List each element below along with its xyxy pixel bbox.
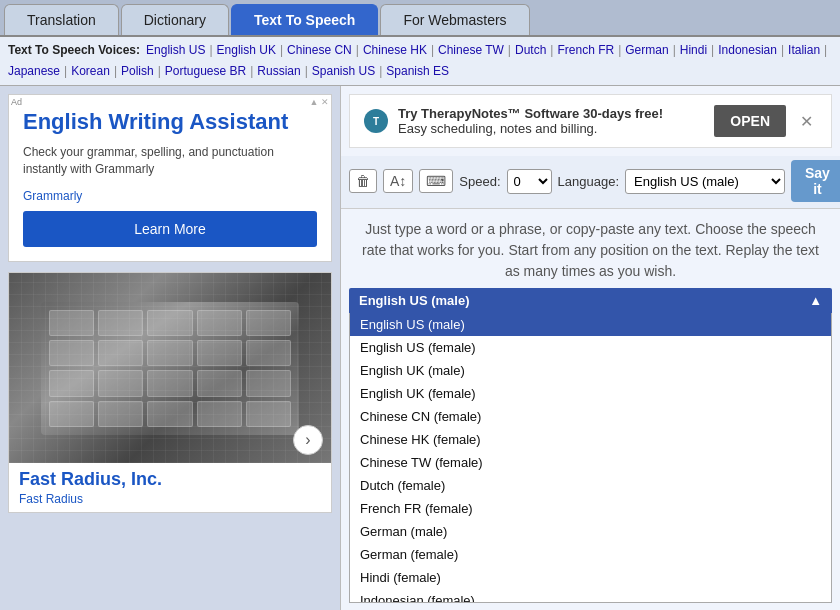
dropdown-item-12[interactable]: Indonesian (female) xyxy=(350,589,831,603)
language-select[interactable]: English US (male) English US (female) En… xyxy=(625,169,785,194)
voice-link-chinese-tw[interactable]: Chinese TW xyxy=(438,41,504,60)
voice-link-spanish-es[interactable]: Spanish ES xyxy=(386,62,449,81)
therapy-notes-icon: T xyxy=(364,109,388,133)
voice-link-polish[interactable]: Polish xyxy=(121,62,154,81)
ad-label-1: ▲ ✕ xyxy=(310,97,329,107)
dropdown-item-8[interactable]: French FR (female) xyxy=(350,497,831,520)
voice-link-chinese-cn[interactable]: Chinese CN xyxy=(287,41,352,60)
tab-webmasters[interactable]: For Webmasters xyxy=(380,4,529,35)
tab-dictionary[interactable]: Dictionary xyxy=(121,4,229,35)
voice-link-hindi[interactable]: Hindi xyxy=(680,41,707,60)
ad-grammarly: Ad ▲ ✕ English Writing Assistant Check y… xyxy=(8,94,332,262)
font-size-button[interactable]: A↕ xyxy=(383,169,413,193)
voice-link-dutch[interactable]: Dutch xyxy=(515,41,546,60)
voice-link-italian[interactable]: Italian xyxy=(788,41,820,60)
voice-link-korean[interactable]: Korean xyxy=(71,62,110,81)
dropdown-item-0[interactable]: English US (male) xyxy=(350,313,831,336)
keyboard-button[interactable]: ⌨ xyxy=(419,169,453,193)
voice-link-german[interactable]: German xyxy=(625,41,668,60)
delete-button[interactable]: 🗑 xyxy=(349,169,377,193)
ad-fast-radius: › Fast Radius, Inc. Fast Radius xyxy=(8,272,332,513)
speed-select[interactable]: -10-9-8-7 -6-5-4-3 -2-101 2345 678910 xyxy=(507,169,552,194)
voice-link-portuguese-br[interactable]: Portuguese BR xyxy=(165,62,246,81)
dropdown-item-10[interactable]: German (female) xyxy=(350,543,831,566)
ad-grammarly-btn[interactable]: Learn More xyxy=(23,211,317,247)
dropdown-selected-label: English US (male) xyxy=(359,293,470,308)
ad-grammarly-desc: Check your grammar, spelling, and punctu… xyxy=(23,144,317,178)
dropdown-scroll-indicator: ▲ xyxy=(809,293,822,308)
ad-fast-radius-brand: Fast Radius xyxy=(19,492,321,506)
language-label: Language: xyxy=(558,174,619,189)
speed-label: Speed: xyxy=(459,174,500,189)
dropdown-header: English US (male) ▲ xyxy=(349,288,832,313)
voice-link-english-uk[interactable]: English UK xyxy=(217,41,276,60)
banner-ad-text: Try TherapyNotes™ Software 30-days free!… xyxy=(398,106,704,136)
dropdown-list[interactable]: English US (male) English US (female) En… xyxy=(349,313,832,603)
voice-bar: Text To Speech Voices: English US| Engli… xyxy=(0,37,840,86)
banner-close-icon[interactable]: ✕ xyxy=(796,112,817,131)
tab-translation[interactable]: Translation xyxy=(4,4,119,35)
dropdown-item-7[interactable]: Dutch (female) xyxy=(350,474,831,497)
dropdown-item-6[interactable]: Chinese TW (female) xyxy=(350,451,831,474)
ad-grammarly-brand: Grammarly xyxy=(23,189,317,203)
voice-link-japanese[interactable]: Japanese xyxy=(8,62,60,81)
banner-ad: T Try TherapyNotes™ Software 30-days fre… xyxy=(349,94,832,148)
voice-bar-label: Text To Speech Voices: xyxy=(8,41,140,60)
dropdown-item-2[interactable]: English UK (male) xyxy=(350,359,831,382)
banner-ad-title: Try TherapyNotes™ Software 30-days free! xyxy=(398,106,704,121)
banner-open-button[interactable]: OPEN xyxy=(714,105,786,137)
voice-link-english-us[interactable]: English US xyxy=(146,41,205,60)
ad-grammarly-title: English Writing Assistant xyxy=(23,109,317,135)
ad-fast-radius-image: › xyxy=(9,273,331,463)
voice-link-russian[interactable]: Russian xyxy=(257,62,300,81)
controls-row: 🗑 A↕ ⌨ Speed: -10-9-8-7 -6-5-4-3 -2-101 … xyxy=(341,156,840,209)
dropdown-item-5[interactable]: Chinese HK (female) xyxy=(350,428,831,451)
banner-ad-subtitle: Easy scheduling, notes and billing. xyxy=(398,121,704,136)
sidebar: Ad ▲ ✕ English Writing Assistant Check y… xyxy=(0,86,340,610)
content-panel: T Try TherapyNotes™ Software 30-days fre… xyxy=(340,86,840,610)
voice-link-french-fr[interactable]: French FR xyxy=(557,41,614,60)
dropdown-item-3[interactable]: English UK (female) xyxy=(350,382,831,405)
tab-tts[interactable]: Text To Speech xyxy=(231,4,378,35)
main-layout: Ad ▲ ✕ English Writing Assistant Check y… xyxy=(0,86,840,610)
say-it-button[interactable]: Say it xyxy=(791,160,840,202)
voice-link-chinese-hk[interactable]: Chinese HK xyxy=(363,41,427,60)
ad-tag-1: Ad xyxy=(11,97,22,107)
instruction-text: Just type a word or a phrase, or copy-pa… xyxy=(341,209,840,288)
dropdown-item-9[interactable]: German (male) xyxy=(350,520,831,543)
ad-fast-radius-title: Fast Radius, Inc. xyxy=(19,469,321,490)
voice-link-spanish-us[interactable]: Spanish US xyxy=(312,62,375,81)
dropdown-item-4[interactable]: Chinese CN (female) xyxy=(350,405,831,428)
dropdown-item-11[interactable]: Hindi (female) xyxy=(350,566,831,589)
ad-fast-radius-arrow[interactable]: › xyxy=(293,425,323,455)
dropdown-item-1[interactable]: English US (female) xyxy=(350,336,831,359)
language-dropdown-open: English US (male) ▲ English US (male) En… xyxy=(349,288,832,603)
voice-link-indonesian[interactable]: Indonesian xyxy=(718,41,777,60)
tab-bar: Translation Dictionary Text To Speech Fo… xyxy=(0,0,840,37)
